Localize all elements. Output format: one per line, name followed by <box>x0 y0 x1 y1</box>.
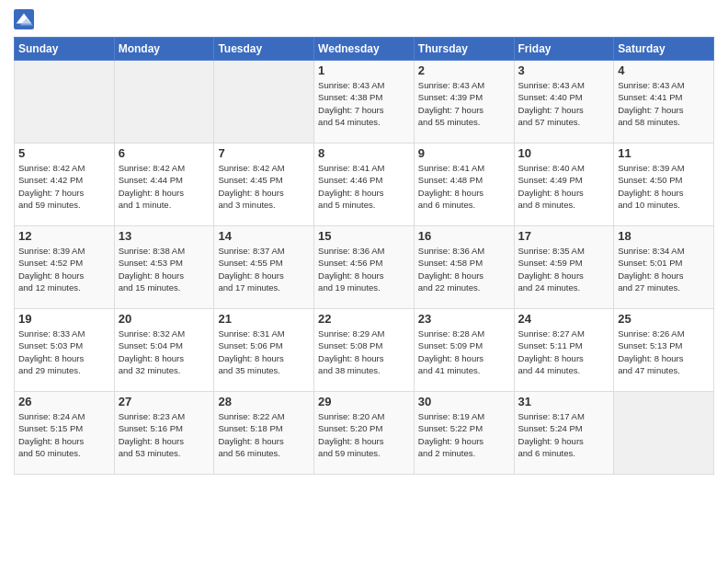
day-info: Sunrise: 8:43 AM Sunset: 4:38 PM Dayligh… <box>318 79 410 128</box>
day-number: 17 <box>518 229 610 243</box>
day-info: Sunrise: 8:36 AM Sunset: 4:56 PM Dayligh… <box>318 245 410 293</box>
weekday-header: Monday <box>114 38 214 61</box>
day-number: 23 <box>418 312 510 326</box>
calendar-cell: 15Sunrise: 8:36 AM Sunset: 4:56 PM Dayli… <box>314 226 415 309</box>
weekday-header: Saturday <box>614 38 714 61</box>
day-number: 19 <box>18 312 110 326</box>
calendar-cell: 12Sunrise: 8:39 AM Sunset: 4:52 PM Dayli… <box>15 226 115 309</box>
calendar-cell: 21Sunrise: 8:31 AM Sunset: 5:06 PM Dayli… <box>214 309 314 392</box>
calendar-cell: 18Sunrise: 8:34 AM Sunset: 5:01 PM Dayli… <box>614 226 714 309</box>
day-number: 27 <box>119 395 210 408</box>
page: SundayMondayTuesdayWednesdayThursdayFrid… <box>0 0 728 484</box>
calendar-cell: 26Sunrise: 8:24 AM Sunset: 5:15 PM Dayli… <box>15 392 115 475</box>
day-number: 25 <box>618 312 710 326</box>
day-info: Sunrise: 8:26 AM Sunset: 5:13 PM Dayligh… <box>618 327 710 376</box>
calendar-week-row: 19Sunrise: 8:33 AM Sunset: 5:03 PM Dayli… <box>15 309 714 392</box>
day-number: 6 <box>119 146 210 160</box>
day-info: Sunrise: 8:41 AM Sunset: 4:46 PM Dayligh… <box>318 162 410 211</box>
weekday-header: Friday <box>514 38 614 61</box>
calendar-cell: 28Sunrise: 8:22 AM Sunset: 5:18 PM Dayli… <box>214 392 314 475</box>
day-info: Sunrise: 8:32 AM Sunset: 5:04 PM Dayligh… <box>119 327 210 376</box>
calendar-week-row: 26Sunrise: 8:24 AM Sunset: 5:15 PM Dayli… <box>15 392 714 475</box>
weekday-header: Tuesday <box>214 38 314 61</box>
calendar-cell: 1Sunrise: 8:43 AM Sunset: 4:38 PM Daylig… <box>314 61 415 144</box>
day-info: Sunrise: 8:28 AM Sunset: 5:09 PM Dayligh… <box>418 327 510 376</box>
day-number: 30 <box>418 395 510 408</box>
calendar-cell: 24Sunrise: 8:27 AM Sunset: 5:11 PM Dayli… <box>514 309 614 392</box>
header <box>14 9 714 29</box>
day-number: 18 <box>618 229 710 243</box>
header-row: SundayMondayTuesdayWednesdayThursdayFrid… <box>15 38 714 61</box>
calendar-cell: 23Sunrise: 8:28 AM Sunset: 5:09 PM Dayli… <box>414 309 514 392</box>
calendar-cell: 31Sunrise: 8:17 AM Sunset: 5:24 PM Dayli… <box>514 392 614 475</box>
day-number: 3 <box>518 63 610 77</box>
calendar-cell: 16Sunrise: 8:36 AM Sunset: 4:58 PM Dayli… <box>414 226 514 309</box>
calendar-cell: 11Sunrise: 8:39 AM Sunset: 4:50 PM Dayli… <box>614 144 714 226</box>
day-number: 4 <box>618 63 710 77</box>
day-number: 13 <box>119 229 210 243</box>
day-number: 7 <box>218 146 310 160</box>
day-info: Sunrise: 8:39 AM Sunset: 4:50 PM Dayligh… <box>618 162 710 211</box>
calendar-cell: 5Sunrise: 8:42 AM Sunset: 4:42 PM Daylig… <box>15 144 115 226</box>
day-info: Sunrise: 8:23 AM Sunset: 5:16 PM Dayligh… <box>119 410 210 459</box>
calendar-cell: 25Sunrise: 8:26 AM Sunset: 5:13 PM Dayli… <box>614 309 714 392</box>
day-info: Sunrise: 8:42 AM Sunset: 4:44 PM Dayligh… <box>119 162 210 211</box>
day-info: Sunrise: 8:39 AM Sunset: 4:52 PM Dayligh… <box>18 245 110 293</box>
day-number: 24 <box>518 312 610 326</box>
day-info: Sunrise: 8:43 AM Sunset: 4:39 PM Dayligh… <box>418 79 510 128</box>
day-number: 2 <box>418 63 510 77</box>
day-info: Sunrise: 8:29 AM Sunset: 5:08 PM Dayligh… <box>318 327 410 376</box>
day-info: Sunrise: 8:20 AM Sunset: 5:20 PM Dayligh… <box>318 410 410 459</box>
day-info: Sunrise: 8:19 AM Sunset: 5:22 PM Dayligh… <box>418 410 510 459</box>
calendar-cell <box>614 392 714 475</box>
day-number: 21 <box>218 312 310 326</box>
calendar-cell: 3Sunrise: 8:43 AM Sunset: 4:40 PM Daylig… <box>514 61 614 144</box>
day-number: 22 <box>318 312 410 326</box>
calendar-week-row: 1Sunrise: 8:43 AM Sunset: 4:38 PM Daylig… <box>15 61 714 144</box>
calendar-cell: 27Sunrise: 8:23 AM Sunset: 5:16 PM Dayli… <box>114 392 214 475</box>
day-info: Sunrise: 8:43 AM Sunset: 4:41 PM Dayligh… <box>618 79 710 128</box>
calendar-cell: 7Sunrise: 8:42 AM Sunset: 4:45 PM Daylig… <box>214 144 314 226</box>
calendar-cell <box>15 61 115 144</box>
calendar-week-row: 5Sunrise: 8:42 AM Sunset: 4:42 PM Daylig… <box>15 144 714 226</box>
calendar-cell: 22Sunrise: 8:29 AM Sunset: 5:08 PM Dayli… <box>314 309 415 392</box>
day-info: Sunrise: 8:35 AM Sunset: 4:59 PM Dayligh… <box>518 245 610 293</box>
day-info: Sunrise: 8:43 AM Sunset: 4:40 PM Dayligh… <box>518 79 610 128</box>
calendar-cell: 8Sunrise: 8:41 AM Sunset: 4:46 PM Daylig… <box>314 144 415 226</box>
day-number: 16 <box>418 229 510 243</box>
day-info: Sunrise: 8:34 AM Sunset: 5:01 PM Dayligh… <box>618 245 710 293</box>
calendar-cell: 20Sunrise: 8:32 AM Sunset: 5:04 PM Dayli… <box>114 309 214 392</box>
weekday-header: Wednesday <box>314 38 415 61</box>
day-info: Sunrise: 8:27 AM Sunset: 5:11 PM Dayligh… <box>518 327 610 376</box>
calendar-cell <box>114 61 214 144</box>
weekday-header: Thursday <box>414 38 514 61</box>
day-info: Sunrise: 8:36 AM Sunset: 4:58 PM Dayligh… <box>418 245 510 293</box>
logo-icon <box>14 9 34 29</box>
calendar-week-row: 12Sunrise: 8:39 AM Sunset: 4:52 PM Dayli… <box>15 226 714 309</box>
calendar-cell: 17Sunrise: 8:35 AM Sunset: 4:59 PM Dayli… <box>514 226 614 309</box>
logo <box>14 9 38 29</box>
calendar-table: SundayMondayTuesdayWednesdayThursdayFrid… <box>14 37 714 475</box>
day-info: Sunrise: 8:37 AM Sunset: 4:55 PM Dayligh… <box>218 245 310 293</box>
day-number: 8 <box>318 146 410 160</box>
calendar-cell: 19Sunrise: 8:33 AM Sunset: 5:03 PM Dayli… <box>15 309 115 392</box>
day-info: Sunrise: 8:41 AM Sunset: 4:48 PM Dayligh… <box>418 162 510 211</box>
day-number: 28 <box>218 395 310 408</box>
day-info: Sunrise: 8:40 AM Sunset: 4:49 PM Dayligh… <box>518 162 610 211</box>
day-number: 14 <box>218 229 310 243</box>
calendar-cell: 13Sunrise: 8:38 AM Sunset: 4:53 PM Dayli… <box>114 226 214 309</box>
day-number: 15 <box>318 229 410 243</box>
day-number: 29 <box>318 395 410 408</box>
day-info: Sunrise: 8:17 AM Sunset: 5:24 PM Dayligh… <box>518 410 610 459</box>
day-number: 10 <box>518 146 610 160</box>
day-number: 1 <box>318 63 410 77</box>
calendar-cell: 9Sunrise: 8:41 AM Sunset: 4:48 PM Daylig… <box>414 144 514 226</box>
day-number: 9 <box>418 146 510 160</box>
day-number: 11 <box>618 146 710 160</box>
calendar-cell <box>214 61 314 144</box>
day-number: 5 <box>18 146 110 160</box>
calendar-cell: 30Sunrise: 8:19 AM Sunset: 5:22 PM Dayli… <box>414 392 514 475</box>
day-number: 12 <box>18 229 110 243</box>
calendar-cell: 6Sunrise: 8:42 AM Sunset: 4:44 PM Daylig… <box>114 144 214 226</box>
day-info: Sunrise: 8:42 AM Sunset: 4:45 PM Dayligh… <box>218 162 310 211</box>
